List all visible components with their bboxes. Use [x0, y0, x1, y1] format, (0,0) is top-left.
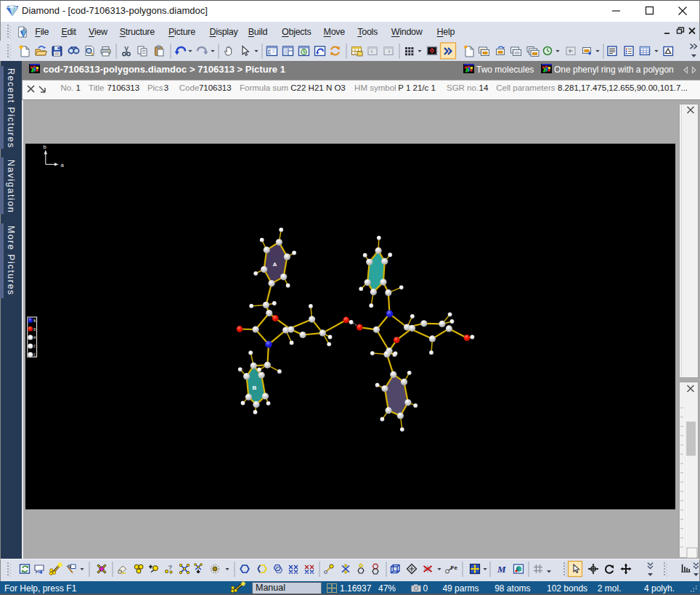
svg-text:O: O [33, 328, 36, 332]
svg-text:Fe: Fe [451, 565, 458, 571]
svg-text:C: C [33, 345, 36, 349]
svg-text:A: A [273, 261, 277, 268]
svg-text:C: C [33, 353, 36, 358]
svg-text:N: N [33, 319, 36, 324]
svg-text:a: a [61, 163, 65, 168]
svg-text:?: ? [168, 563, 173, 571]
svg-text:B: B [253, 385, 257, 391]
svg-text:H: H [33, 336, 36, 340]
svg-text:M: M [497, 564, 506, 575]
svg-text:b: b [44, 144, 47, 150]
